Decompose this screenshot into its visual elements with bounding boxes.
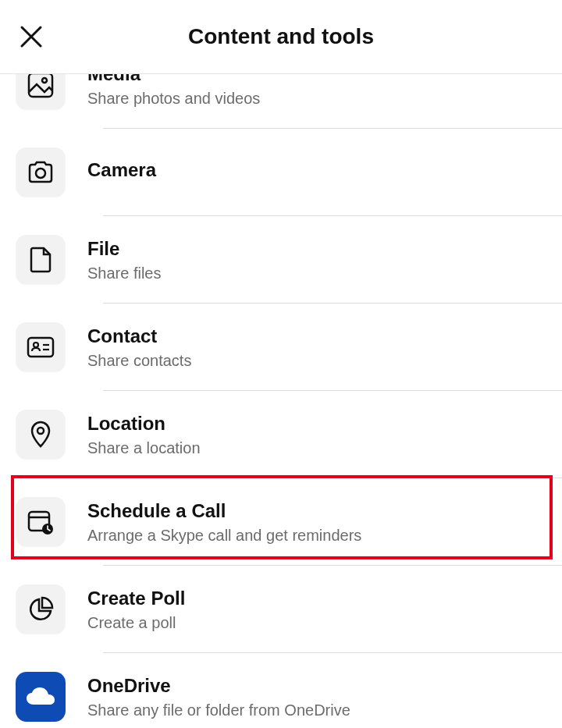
list-item-schedule-call[interactable]: Schedule a Call Arrange a Skype call and…	[0, 478, 562, 566]
list-item-subtitle: Share a location	[87, 439, 546, 457]
svg-point-9	[37, 428, 44, 434]
list-item-text: File Share files	[87, 221, 546, 300]
list-item-title: Location	[87, 413, 546, 435]
list-item-subtitle: Create a poll	[87, 614, 546, 632]
list-item-text: Location Share a location	[87, 396, 546, 474]
list-item-text: Contact Share contacts	[87, 308, 546, 387]
list-item-location[interactable]: Location Share a location	[0, 391, 562, 478]
svg-point-3	[42, 78, 47, 83]
camera-icon	[16, 147, 66, 197]
cloud-icon	[16, 672, 66, 722]
list-item-text: Schedule a Call Arrange a Skype call and…	[87, 483, 546, 562]
close-button[interactable]	[16, 21, 47, 52]
list-item-subtitle: Share photos and videos	[87, 90, 546, 108]
calendar-clock-icon	[16, 497, 66, 547]
svg-point-4	[36, 169, 45, 178]
list-item-title: File	[87, 238, 546, 260]
list-item-title: Contact	[87, 325, 546, 347]
list-item-subtitle: Share files	[87, 265, 546, 282]
file-icon	[16, 235, 66, 285]
list-item-file[interactable]: File Share files	[0, 216, 562, 304]
list-item-contact[interactable]: Contact Share contacts	[0, 304, 562, 391]
image-icon	[16, 74, 66, 110]
list-item-media[interactable]: Media Share photos and videos	[0, 74, 562, 129]
list-item-title: OneDrive	[87, 675, 546, 697]
list-item-create-poll[interactable]: Create Poll Create a poll	[0, 566, 562, 653]
list-item-text: Create Poll Create a poll	[87, 570, 546, 649]
close-icon	[20, 25, 43, 48]
list-item-title: Schedule a Call	[87, 500, 546, 522]
location-pin-icon	[16, 410, 66, 460]
page-title: Content and tools	[16, 24, 546, 49]
content-list: Media Share photos and videos Camera	[0, 74, 562, 728]
list-item-camera[interactable]: Camera	[0, 129, 562, 216]
svg-point-6	[34, 343, 38, 347]
header: Content and tools	[0, 0, 562, 74]
list-item-title: Media	[87, 74, 546, 85]
pie-chart-icon	[16, 584, 66, 634]
contact-card-icon	[16, 322, 66, 372]
list-item-text: Camera	[87, 142, 546, 203]
list-item-subtitle: Share contacts	[87, 352, 546, 370]
svg-rect-5	[28, 338, 53, 357]
list-item-text: OneDrive Share any file or folder from O…	[87, 658, 546, 729]
list-item-title: Create Poll	[87, 588, 546, 609]
svg-rect-2	[29, 74, 52, 97]
list-item-subtitle: Share any file or folder from OneDrive	[87, 701, 546, 719]
list-item-onedrive[interactable]: OneDrive Share any file or folder from O…	[0, 653, 562, 728]
list-item-title: Camera	[87, 159, 546, 181]
list-item-text: Media Share photos and videos	[87, 74, 546, 125]
list-item-subtitle: Arrange a Skype call and get reminders	[87, 527, 546, 545]
